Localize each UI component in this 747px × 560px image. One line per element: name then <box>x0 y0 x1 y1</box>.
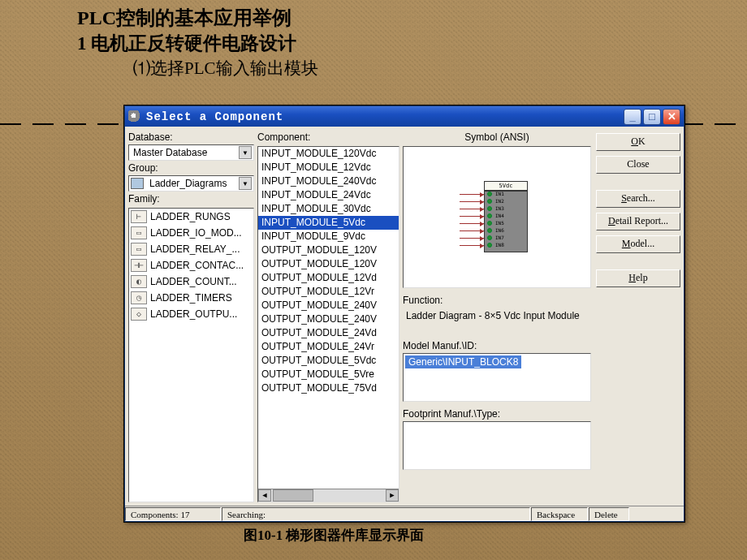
symbol-pin-label: IN8 <box>495 243 504 248</box>
family-icon: ▭ <box>131 226 147 239</box>
family-icon: ◇ <box>131 308 147 321</box>
symbol-pin-dot <box>487 206 492 211</box>
search-button[interactable]: Search... <box>596 190 680 208</box>
scroll-right-button[interactable]: ► <box>386 489 399 502</box>
family-item[interactable]: ⊢LADDER_RUNGS <box>129 209 253 225</box>
symbol-pin-line <box>460 245 484 246</box>
database-value: Master Database <box>131 147 239 158</box>
scroll-thumb[interactable] <box>273 489 313 502</box>
symbol-pin-dot <box>487 228 492 233</box>
family-icon: ⊣⊢ <box>131 259 147 272</box>
page-heading-2: 1 电机正反转硬件电路设计 <box>77 31 296 56</box>
component-item[interactable]: OUTPUT_MODULE_5Vre <box>258 368 399 381</box>
family-label: LADDER_IO_MOD... <box>150 227 242 239</box>
family-item[interactable]: ▭LADDER_RELAY_... <box>129 241 253 257</box>
component-list[interactable]: INPUT_MODULE_120VdcINPUT_MODULE_12VdcINP… <box>257 146 399 502</box>
family-item[interactable]: ◐LADDER_COUNT... <box>129 274 253 290</box>
scroll-track[interactable] <box>313 489 386 502</box>
component-item[interactable]: OUTPUT_MODULE_12Vd <box>258 271 399 285</box>
figure-caption: 图10-1 梯形图器件库显示界面 <box>244 526 424 545</box>
chevron-down-icon[interactable]: ▼ <box>239 146 252 159</box>
model-button[interactable]: Model... <box>596 235 680 253</box>
app-icon <box>128 110 141 123</box>
function-label: Function: <box>403 295 591 306</box>
chevron-down-icon[interactable]: ▼ <box>239 177 252 190</box>
component-item[interactable]: INPUT_MODULE_240Vdc <box>258 174 399 188</box>
close-dialog-button[interactable]: Close <box>596 156 680 174</box>
component-item[interactable]: INPUT_MODULE_30Vdc <box>258 202 399 216</box>
help-button[interactable]: Help <box>596 269 680 287</box>
family-item[interactable]: ▭LADDER_IO_MOD... <box>129 225 253 241</box>
scroll-left-button[interactable]: ◄ <box>258 489 271 502</box>
component-item[interactable]: INPUT_MODULE_9Vdc <box>258 230 399 243</box>
component-item[interactable]: INPUT_MODULE_5Vdc <box>258 216 399 230</box>
family-icon: ◐ <box>131 275 147 288</box>
component-item[interactable]: OUTPUT_MODULE_120V <box>258 257 399 271</box>
family-item[interactable]: ◷LADDER_TIMERS <box>129 290 253 306</box>
maximize-button[interactable]: □ <box>643 109 661 125</box>
component-item[interactable]: OUTPUT_MODULE_5Vdc <box>258 354 399 368</box>
footprint-list[interactable] <box>403 421 591 470</box>
symbol-pin-label: IN4 <box>495 213 504 218</box>
ok-button[interactable]: OK <box>596 133 680 151</box>
symbol-label: Symbol (ANSI) <box>403 131 591 143</box>
component-item[interactable]: OUTPUT_MODULE_240V <box>258 299 399 312</box>
group-label: Group: <box>128 162 254 174</box>
component-item[interactable]: OUTPUT_MODULE_24Vd <box>258 326 399 340</box>
symbol-pin-label: IN5 <box>495 221 504 226</box>
window-title: Select a Component <box>146 111 624 123</box>
dialog-window: Select a Component _ □ ✕ Database: Maste… <box>124 106 684 522</box>
symbol-preview: 5Vdc IN1IN2IN3IN4IN5IN6IN7IN8 <box>403 146 591 288</box>
symbol-pin-line <box>460 216 484 217</box>
symbol-pin-line <box>460 201 484 202</box>
component-item[interactable]: OUTPUT_MODULE_12Vr <box>258 285 399 299</box>
family-item[interactable]: ◇LADDER_OUTPU... <box>129 306 253 322</box>
titlebar[interactable]: Select a Component _ □ ✕ <box>125 106 684 127</box>
close-button[interactable]: ✕ <box>663 109 680 125</box>
symbol-pin-dot <box>487 235 492 240</box>
family-label: Family: <box>128 193 254 205</box>
symbol-pin-label: IN7 <box>495 235 504 240</box>
symbol-pin-dot <box>487 213 492 218</box>
symbol-pin-dot <box>487 199 492 204</box>
component-item[interactable]: OUTPUT_MODULE_75Vd <box>258 381 399 395</box>
family-icon: ▭ <box>131 243 147 256</box>
family-label: LADDER_CONTAC... <box>150 260 244 271</box>
component-item[interactable]: INPUT_MODULE_120Vdc <box>258 147 399 161</box>
symbol-pin-line <box>460 209 484 209</box>
detail-report-button[interactable]: Detail Report... <box>596 213 680 230</box>
group-value: Ladder_Diagrams <box>147 178 239 189</box>
symbol-pin-label: IN1 <box>495 192 504 196</box>
status-bar: Components: 17 Searching: Backspace Dele… <box>125 506 684 521</box>
family-label: LADDER_OUTPU... <box>150 308 237 320</box>
symbol-pin-dot <box>487 243 492 248</box>
symbol-pin-dot <box>487 221 492 226</box>
symbol-pin-line <box>460 230 484 231</box>
component-item[interactable]: INPUT_MODULE_24Vdc <box>258 188 399 202</box>
family-icon: ◷ <box>131 291 147 304</box>
minimize-button[interactable]: _ <box>624 109 641 125</box>
symbol-pin-label: IN2 <box>495 199 504 204</box>
symbol-pin-line <box>460 194 484 195</box>
footprint-label: Footprint Manuf.\Type: <box>403 408 591 420</box>
component-label: Component: <box>257 131 399 143</box>
family-icon: ⊢ <box>131 210 147 223</box>
symbol-pin-line <box>460 238 484 239</box>
horizontal-scrollbar[interactable]: ◄ ► <box>258 489 399 502</box>
group-dropdown[interactable]: Ladder_Diagrams ▼ <box>128 175 254 192</box>
symbol-pin-line <box>460 223 484 224</box>
symbol-header: 5Vdc <box>484 181 528 191</box>
component-item[interactable]: OUTPUT_MODULE_120V <box>258 243 399 257</box>
family-item[interactable]: ⊣⊢LADDER_CONTAC... <box>129 257 253 274</box>
component-item[interactable]: OUTPUT_MODULE_240V <box>258 312 399 326</box>
model-list[interactable]: Generic\INPUT_BLOCK8 <box>403 353 591 402</box>
component-item[interactable]: INPUT_MODULE_12Vdc <box>258 161 399 174</box>
status-backspace: Backspace <box>531 507 588 521</box>
status-components: Components: 17 <box>125 507 221 521</box>
database-dropdown[interactable]: Master Database ▼ <box>128 144 254 161</box>
status-delete: Delete <box>589 507 629 521</box>
component-item[interactable]: OUTPUT_MODULE_24Vr <box>258 340 399 354</box>
family-label: LADDER_RUNGS <box>150 211 231 222</box>
model-value[interactable]: Generic\INPUT_BLOCK8 <box>405 355 521 368</box>
family-list[interactable]: ⊢LADDER_RUNGS▭LADDER_IO_MOD...▭LADDER_RE… <box>128 208 254 502</box>
